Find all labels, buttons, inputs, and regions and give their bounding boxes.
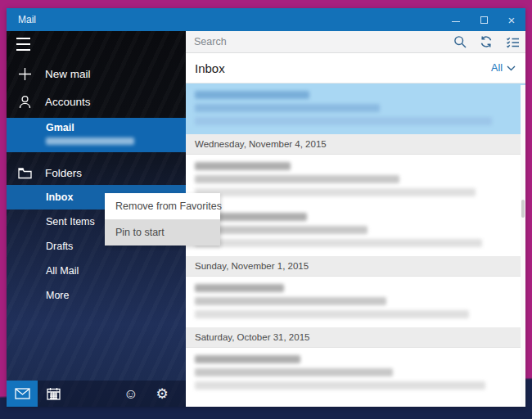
- blurred-text-line: [195, 368, 393, 376]
- envelope-icon: [15, 388, 30, 399]
- sidebar-item-all-mail[interactable]: All Mail: [7, 259, 186, 283]
- chevron-down-icon: [507, 65, 516, 71]
- blurred-text-line: [195, 162, 291, 170]
- page-title: Inbox: [186, 61, 491, 75]
- blurred-text-line: [195, 117, 492, 125]
- mail-nav-button[interactable]: [7, 381, 38, 407]
- email-list-item[interactable]: [186, 155, 525, 205]
- plus-icon: [18, 67, 32, 81]
- folders-label: Folders: [45, 167, 82, 179]
- blurred-account-email: [46, 137, 134, 145]
- scrollbar[interactable]: [521, 85, 525, 407]
- email-list-item[interactable]: [186, 277, 525, 327]
- close-button[interactable]: ×: [498, 8, 525, 31]
- blurred-text-line: [195, 284, 284, 292]
- email-list: Wednesday, November 4, 2015Sunday, Novem…: [186, 83, 525, 407]
- titlebar: Mail ×: [7, 8, 525, 31]
- scrollbar-thumb[interactable]: [521, 200, 525, 218]
- email-list-item[interactable]: [186, 205, 525, 256]
- filter-dropdown[interactable]: All: [491, 62, 525, 74]
- sidebar-bottom-bar: ☺ ⚙: [7, 381, 186, 407]
- email-list-item[interactable]: [186, 348, 525, 399]
- hamburger-menu-button[interactable]: [16, 38, 34, 51]
- bottom-bar-spacer: [69, 381, 115, 407]
- menu-item-remove-from-favorites[interactable]: Remove from Favorites: [105, 193, 220, 219]
- date-separator: Wednesday, November 4, 2015: [186, 134, 525, 155]
- feedback-button[interactable]: ☺: [115, 381, 147, 407]
- search-input[interactable]: [186, 36, 447, 47]
- blurred-text-line: [195, 91, 309, 99]
- blurred-text-line: [195, 310, 469, 318]
- minimize-icon: [452, 21, 460, 22]
- new-mail-button[interactable]: New mail: [7, 61, 186, 87]
- blurred-text-line: [195, 175, 399, 183]
- date-separator: Sunday, November 1, 2015: [186, 256, 525, 277]
- search-button[interactable]: [447, 31, 473, 53]
- new-mail-label: New mail: [45, 68, 91, 80]
- email-list-item-selected[interactable]: [186, 83, 525, 134]
- accounts-label: Accounts: [45, 96, 91, 108]
- accounts-button[interactable]: Accounts: [7, 87, 186, 116]
- blurred-text-line: [195, 381, 485, 390]
- date-separator: Saturday, October 31, 2015: [186, 327, 525, 348]
- folder-icon: [18, 166, 32, 180]
- filter-button[interactable]: [499, 31, 525, 53]
- blurred-text-line: [195, 239, 482, 247]
- search-icon: [453, 35, 467, 48]
- blurred-text-line: [195, 297, 386, 305]
- folders-header[interactable]: Folders: [7, 160, 186, 185]
- blurred-text-line: [195, 355, 300, 363]
- close-icon: ×: [508, 14, 516, 26]
- calendar-icon: [47, 387, 61, 400]
- filter-label: All: [491, 62, 503, 74]
- sync-button[interactable]: [473, 31, 499, 53]
- search-bar: [186, 31, 525, 53]
- checklist-icon: [506, 36, 520, 48]
- calendar-nav-button[interactable]: [38, 381, 69, 407]
- account-name: Gmail: [46, 122, 186, 133]
- context-menu: Remove from FavoritesPin to start: [105, 193, 220, 246]
- blurred-text-line: [195, 104, 380, 112]
- blurred-text-line: [195, 226, 367, 234]
- sidebar-item-more[interactable]: More: [7, 283, 186, 308]
- settings-button[interactable]: ⚙: [147, 381, 178, 407]
- message-list-pane: Inbox All Wednesday, November 4, 2015Sun…: [186, 31, 525, 407]
- smiley-icon: ☺: [124, 387, 138, 401]
- menu-item-pin-to-start[interactable]: Pin to start: [105, 219, 220, 246]
- gear-icon: ⚙: [156, 387, 168, 401]
- window-title: Mail: [7, 14, 442, 25]
- maximize-icon: [480, 16, 488, 24]
- maximize-button[interactable]: [470, 8, 498, 31]
- mail-app-window: Mail × New mail: [7, 8, 525, 407]
- sync-icon: [480, 35, 493, 48]
- minimize-button[interactable]: [442, 8, 470, 31]
- list-header: Inbox All: [186, 53, 525, 83]
- blurred-text-line: [195, 188, 476, 196]
- hamburger-icon: [16, 38, 30, 39]
- person-icon: [18, 95, 32, 109]
- sidebar-account-gmail[interactable]: Gmail: [7, 118, 186, 152]
